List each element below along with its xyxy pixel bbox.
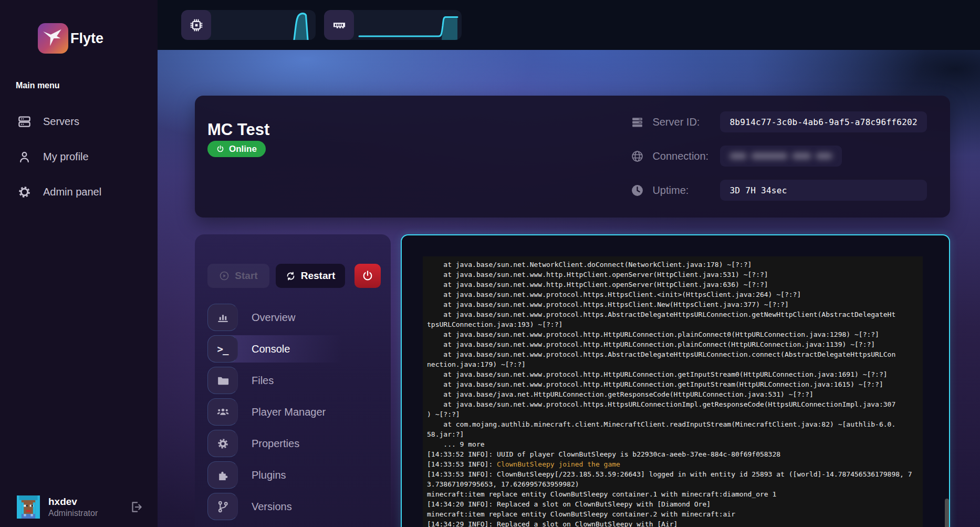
sidebar-item-profile[interactable]: My profile bbox=[0, 139, 158, 174]
cpu-widget bbox=[181, 10, 316, 40]
users-icon bbox=[207, 398, 238, 426]
brand-logo[interactable]: Flyte bbox=[0, 0, 158, 54]
globe-icon bbox=[631, 150, 644, 163]
nav-item-console[interactable]: >_ Console bbox=[207, 335, 381, 363]
sidebar-item-admin[interactable]: Admin panel bbox=[0, 174, 158, 210]
nav-item-player-manager[interactable]: Player Manager bbox=[207, 398, 381, 426]
page-title: MC Test bbox=[207, 120, 269, 139]
connection-row: Connection: bbox=[631, 146, 927, 167]
user-meta: hxdev Administrator bbox=[48, 496, 129, 518]
pterodactyl-icon bbox=[38, 23, 68, 54]
nav-item-label: Overview bbox=[252, 312, 295, 324]
cpu-icon bbox=[181, 10, 211, 40]
control-panel: Start Restart bbox=[195, 234, 391, 527]
nav-item-label: Properties bbox=[252, 438, 299, 450]
stop-button[interactable] bbox=[355, 264, 381, 288]
status-badge: Online bbox=[207, 141, 266, 157]
nav-item-plugins[interactable]: Plugins bbox=[207, 461, 381, 489]
nav-item-label: Player Manager bbox=[252, 406, 326, 418]
sidebar-nav: Servers My profile Admin panel bbox=[0, 104, 158, 210]
server-card: MC Test Online Server ID: 8b914c77-3c0b-… bbox=[195, 96, 950, 218]
main-content: MC Test Online Server ID: 8b914c77-3c0b-… bbox=[158, 50, 980, 527]
terminal-icon: >_ bbox=[207, 335, 238, 363]
restart-label: Restart bbox=[301, 270, 335, 282]
refresh-icon bbox=[286, 271, 296, 281]
topbar bbox=[158, 0, 980, 50]
nav-item-files[interactable]: Files bbox=[207, 367, 381, 394]
console-scrollbar-thumb[interactable] bbox=[945, 499, 949, 527]
nav-item-properties[interactable]: Properties bbox=[207, 430, 381, 457]
nav-item-label: Plugins bbox=[252, 469, 286, 481]
bar-chart-icon bbox=[207, 304, 238, 331]
sidebar-item-label: Servers bbox=[43, 116, 79, 128]
uptime-label: Uptime: bbox=[652, 184, 713, 197]
gear-icon bbox=[17, 185, 32, 199]
power-icon bbox=[216, 145, 224, 153]
status-label: Online bbox=[229, 144, 257, 154]
nav-item-label: Versions bbox=[252, 501, 292, 513]
app: Flyte Main menu Servers My profile bbox=[0, 0, 980, 527]
server-id-row: Server ID: 8b914c77-3c0b-4ab6-9af5-a78c9… bbox=[631, 111, 927, 132]
puzzle-icon bbox=[207, 461, 238, 489]
sidebar-item-label: Admin panel bbox=[43, 186, 101, 198]
cpu-graph bbox=[211, 10, 316, 40]
avatar bbox=[17, 495, 40, 519]
connection-label: Connection: bbox=[652, 150, 713, 162]
servers-icon bbox=[17, 115, 32, 129]
restart-button[interactable]: Restart bbox=[276, 264, 345, 288]
server-info: Server ID: 8b914c77-3c0b-4ab6-9af5-a78c9… bbox=[631, 111, 927, 214]
play-icon bbox=[219, 271, 230, 281]
nav-item-versions[interactable]: Versions bbox=[207, 493, 381, 520]
server-id-label: Server ID: bbox=[652, 116, 713, 128]
server-controls: Start Restart bbox=[207, 264, 391, 288]
panels: Start Restart bbox=[195, 234, 950, 527]
ram-graph bbox=[354, 10, 462, 40]
uptime-value: 3D 7H 34sec bbox=[720, 180, 927, 201]
folder-icon bbox=[207, 367, 238, 394]
console-panel: at java.base/sun.net.NetworkClient.doCon… bbox=[401, 234, 950, 527]
sidebar-item-label: My profile bbox=[43, 151, 89, 163]
server-nav: Overview >_ Console Files bbox=[207, 304, 391, 520]
start-label: Start bbox=[235, 270, 257, 282]
console-log[interactable]: at java.base/sun.net.NetworkClient.doCon… bbox=[423, 256, 923, 527]
nav-item-overview[interactable]: Overview bbox=[207, 304, 381, 331]
clock-icon bbox=[631, 184, 644, 197]
ram-widget bbox=[324, 10, 462, 40]
start-button[interactable]: Start bbox=[207, 264, 269, 288]
user-icon bbox=[17, 150, 32, 164]
gear-icon bbox=[207, 430, 238, 457]
connection-value-redacted bbox=[720, 146, 842, 167]
power-icon bbox=[362, 270, 373, 282]
user-card: hxdev Administrator bbox=[17, 495, 148, 519]
sidebar-section-label: Main menu bbox=[16, 81, 158, 90]
nav-item-label: Console bbox=[252, 343, 290, 355]
uptime-row: Uptime: 3D 7H 34sec bbox=[631, 180, 927, 201]
ram-icon bbox=[324, 10, 354, 40]
brand-name: Flyte bbox=[70, 30, 103, 47]
server-rack-icon bbox=[631, 116, 644, 129]
git-branch-icon bbox=[207, 493, 238, 520]
sidebar-item-servers[interactable]: Servers bbox=[0, 104, 158, 139]
logout-icon[interactable] bbox=[129, 500, 143, 514]
nav-item-label: Files bbox=[252, 375, 274, 387]
sidebar: Flyte Main menu Servers My profile bbox=[0, 0, 158, 527]
server-id-value: 8b914c77-3c0b-4ab6-9af5-a78c96ff6202 bbox=[720, 111, 927, 132]
user-role: Administrator bbox=[48, 509, 129, 518]
user-name: hxdev bbox=[48, 496, 129, 508]
